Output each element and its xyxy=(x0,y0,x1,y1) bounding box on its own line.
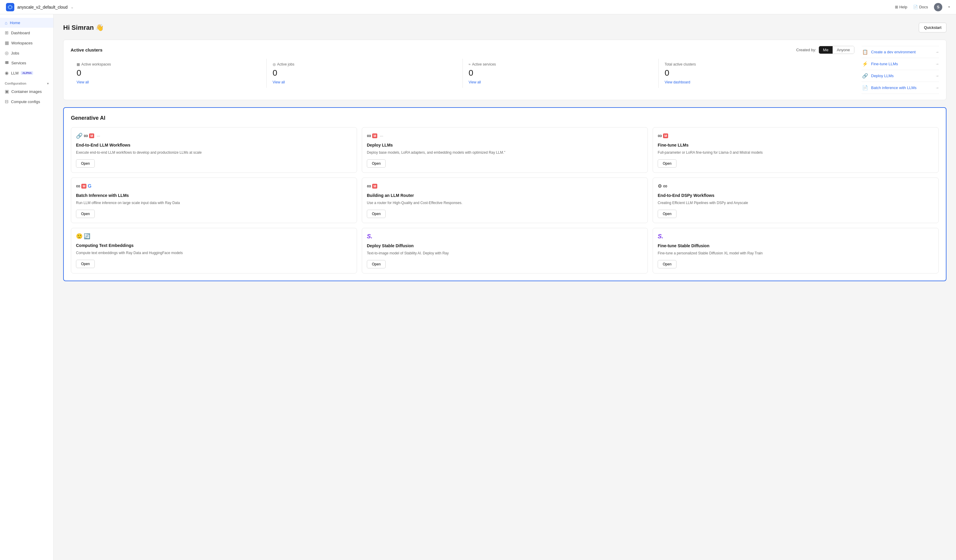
created-by: Created by: Me Anyone xyxy=(796,46,854,54)
card-deploy-more[interactable]: ··· xyxy=(380,133,383,138)
card-router-title: Building an LLM Router xyxy=(367,193,643,198)
clusters-title: Active clusters xyxy=(71,47,102,52)
toggle-anyone[interactable]: Anyone xyxy=(833,46,854,53)
jobs-icon: ◎ xyxy=(5,50,9,56)
qa-arrow-2: → xyxy=(935,62,939,66)
quickstart-button[interactable]: Quickstart xyxy=(919,23,947,33)
qa-deploy-llms-label: Deploy LLMs xyxy=(871,74,894,78)
container-images-icon: ▣ xyxy=(5,89,9,94)
docs-icon: 📄 xyxy=(913,5,918,9)
sidebar-item-compute-configs[interactable]: ⊟ Compute configs xyxy=(0,97,53,107)
card-sd-open[interactable]: Open xyxy=(367,260,385,268)
total-clusters-count: 0 xyxy=(665,68,848,78)
card-fine-tune-title: Fine-tune LLMs xyxy=(658,143,934,147)
card-ftsd-title: Fine-tune Stable Diffusion xyxy=(658,243,934,248)
card-router-desc: Use a router for High-Quality and Cost-E… xyxy=(367,200,643,205)
clusters-header: Active clusters Created by: Me Anyone xyxy=(71,46,854,54)
deploy-llms-icon: 🔗 xyxy=(862,73,869,78)
topnav-right: ⊞ Help 📄 Docs S ▾ xyxy=(895,3,950,11)
sidebar-label-dashboard: Dashboard xyxy=(11,31,30,35)
card-deploy-llms: ∞ M ··· Deploy LLMs Deploy base models, … xyxy=(362,127,648,173)
services-view-all[interactable]: View all xyxy=(469,80,481,84)
workspace-chevron[interactable]: ⌄ xyxy=(71,5,74,9)
dashboard-icon: ⊞ xyxy=(5,30,9,35)
card-fine-tune-open[interactable]: Open xyxy=(658,159,676,168)
card-e2e-open[interactable]: Open xyxy=(76,159,95,168)
card-deploy-open[interactable]: Open xyxy=(367,159,385,168)
card-e2e-desc: Execute end-to-end LLM workflows to deve… xyxy=(76,150,352,155)
card-e2e-title: End-to-End LLM Workflows xyxy=(76,143,352,147)
topnav: anyscale_v2_default_cloud ⌄ ⊞ Help 📄 Doc… xyxy=(0,0,956,14)
sidebar-item-jobs[interactable]: ◎ Jobs xyxy=(0,48,53,58)
sidebar-item-llm[interactable]: ◉ LLM ALPHA xyxy=(0,68,53,78)
card-embed-title: Computing Text Embeddings xyxy=(76,243,352,248)
sidebar-item-workspaces[interactable]: ▦ Workspaces xyxy=(0,38,53,48)
sidebar-label-compute-configs: Compute configs xyxy=(11,99,40,104)
card-router-open[interactable]: Open xyxy=(367,210,385,218)
card-fine-tune-desc: Full-parameter or LoRA fine-tuning for L… xyxy=(658,150,934,155)
card-batch-open[interactable]: Open xyxy=(76,210,95,218)
card-deploy-title: Deploy LLMs xyxy=(367,143,643,147)
qa-dev-env[interactable]: 📋 Create a dev environment → xyxy=(862,46,939,58)
stat-total-clusters: Total active clusters 0 View dashboard xyxy=(659,59,854,88)
generative-ai-section: Generative AI 🔗 ∞ M ··· End-to-End LLM W… xyxy=(63,107,947,281)
card-dspy-desc: Creating Efficient LLM Pipelines with DS… xyxy=(658,200,934,205)
clusters-stats: ▦ Active workspaces 0 View all ◎ Active … xyxy=(71,59,854,88)
qa-batch-inference-label: Batch inference with LLMs xyxy=(871,85,917,90)
sidebar-item-home[interactable]: ⌂ Home xyxy=(0,18,53,28)
config-chevron[interactable]: ▾ xyxy=(47,82,49,85)
card-batch-inference: ∞ M G Batch Inference with LLMs Run LLM … xyxy=(71,177,357,223)
toggle-me[interactable]: Me xyxy=(819,46,833,53)
qa-arrow-1: → xyxy=(935,50,939,54)
help-link[interactable]: ⊞ Help xyxy=(895,5,907,9)
stat-workspaces: ▦ Active workspaces 0 View all xyxy=(71,59,267,88)
services-stat-icon: ≈ xyxy=(469,62,471,66)
help-icon: ⊞ xyxy=(895,5,898,9)
sidebar-label-home: Home xyxy=(10,20,20,25)
card-embed-open[interactable]: Open xyxy=(76,260,95,268)
card-sd-desc: Text-to-image model of Stability AI. Dep… xyxy=(367,251,643,256)
card-e2e-icons: 🔗 ∞ M ··· xyxy=(76,132,352,139)
qa-fine-tune-label: Fine-tune LLMs xyxy=(871,62,898,66)
sidebar-label-services: Services xyxy=(11,61,26,65)
created-by-toggle: Me Anyone xyxy=(819,46,854,54)
workspaces-view-all[interactable]: View all xyxy=(77,80,89,84)
card-dspy-open[interactable]: Open xyxy=(658,210,676,218)
qa-dev-env-label: Create a dev environment xyxy=(871,50,916,54)
qa-batch-inference[interactable]: 📄 Batch inference with LLMs → xyxy=(862,82,939,94)
sidebar-item-dashboard[interactable]: ⊞ Dashboard xyxy=(0,28,53,38)
card-text-embeddings: 🙂 🔄 Computing Text Embeddings Compute te… xyxy=(71,228,357,273)
sidebar-label-container-images: Container images xyxy=(11,89,42,94)
user-menu-chevron[interactable]: ▾ xyxy=(948,5,950,9)
user-avatar[interactable]: S xyxy=(934,3,942,11)
view-dashboard-link[interactable]: View dashboard xyxy=(665,80,690,84)
logo xyxy=(6,3,14,11)
card-embed-desc: Compute text embeddings with Ray Data an… xyxy=(76,250,352,256)
docs-link[interactable]: 📄 Docs xyxy=(913,5,928,9)
services-count: 0 xyxy=(469,68,653,78)
qa-deploy-llms[interactable]: 🔗 Deploy LLMs → xyxy=(862,70,939,82)
card-ftsd-open[interactable]: Open xyxy=(658,260,676,268)
card-e2e-llm: 🔗 ∞ M ··· End-to-End LLM Workflows Execu… xyxy=(71,127,357,173)
card-dspy-title: End-to-End DSPy Workflows xyxy=(658,193,934,198)
sidebar-item-services[interactable]: Services xyxy=(0,58,53,68)
card-fine-tune-sd: S. Fine-tune Stable Diffusion Fine-tune … xyxy=(653,228,939,273)
workspace-title[interactable]: anyscale_v2_default_cloud xyxy=(17,5,68,9)
jobs-count: 0 xyxy=(273,68,456,78)
card-batch-desc: Run LLM offline inference on large scale… xyxy=(76,200,352,205)
qa-arrow-3: → xyxy=(935,74,939,78)
clusters-main: Active clusters Created by: Me Anyone ▦ … xyxy=(71,46,854,94)
stat-jobs: ◎ Active jobs 0 View all xyxy=(267,59,463,88)
qa-fine-tune[interactable]: ⚡ Fine-tune LLMs → xyxy=(862,58,939,70)
jobs-view-all[interactable]: View all xyxy=(273,80,285,84)
card-dspy: ⚙ ∞ End-to-End DSPy Workflows Creating E… xyxy=(653,177,939,223)
card-ftsd-icons: S. xyxy=(658,233,934,240)
compute-configs-icon: ⊟ xyxy=(5,99,9,104)
configuration-section: Configuration ▾ xyxy=(0,78,53,86)
card-fine-tune-icons: ∞ M xyxy=(658,132,934,139)
quick-actions: 📋 Create a dev environment → ⚡ Fine-tune… xyxy=(862,46,939,94)
card-e2e-more[interactable]: ··· xyxy=(97,133,100,138)
sidebar-item-container-images[interactable]: ▣ Container images xyxy=(0,86,53,97)
card-dspy-icons: ⚙ ∞ xyxy=(658,183,934,190)
card-sd-icons: S. xyxy=(367,233,643,240)
